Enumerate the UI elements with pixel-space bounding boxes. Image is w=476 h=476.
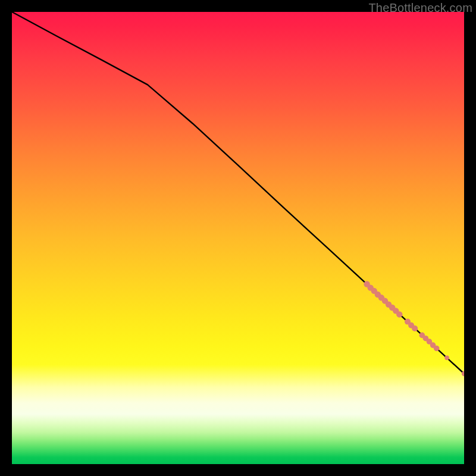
data-marker [434,346,440,352]
chart-stage: TheBottleneck.com [0,0,476,476]
data-marker [396,311,402,317]
chart-svg [12,12,464,464]
plot-area [12,12,464,464]
curve-line [12,12,464,374]
marker-layer [364,281,464,376]
data-marker [444,356,449,361]
data-marker [412,325,418,331]
watermark-text: TheBottleneck.com [368,1,472,15]
